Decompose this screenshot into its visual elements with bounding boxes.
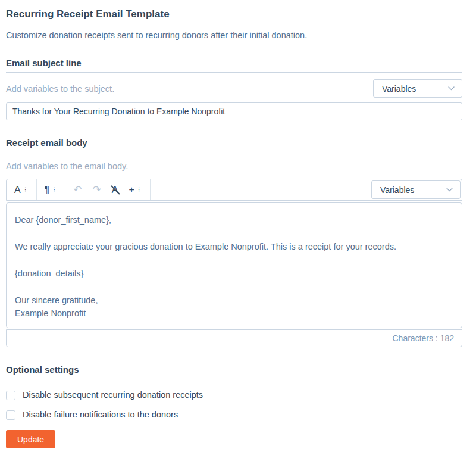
editor-paragraph: Example Nonprofit [15, 307, 453, 320]
undo-button[interactable]: ↶ [68, 179, 87, 200]
checkbox-label: Disable subsequent recurring donation re… [23, 390, 203, 400]
ellipsis-icon: ⋮ [51, 187, 57, 193]
undo-icon: ↶ [73, 185, 82, 195]
ellipsis-icon: ⋮ [23, 187, 29, 193]
character-count: Characters : 182 [393, 334, 455, 343]
subject-helper-row: Add variables to the subject. Variables [6, 79, 462, 98]
body-helper-text: Add variables to the email body. [6, 161, 462, 171]
subject-section-heading: Email subject line [6, 58, 462, 73]
page-subtitle: Customize donation receipts sent to recu… [6, 30, 462, 40]
disable-failure-notifications-checkbox[interactable] [6, 410, 15, 420]
editor-paragraph: Dear {donor_first_name}, [15, 213, 453, 226]
chevron-down-icon [448, 86, 455, 91]
paragraph-icon: ¶ [45, 185, 50, 195]
chevron-down-icon [446, 188, 453, 192]
redo-icon: ↷ [93, 185, 101, 195]
editor-paragraph: Our sincere gratitude, [15, 294, 453, 307]
editor-toolbar: A ⋮ ¶ ⋮ ↶ ↷ A [6, 179, 462, 201]
redo-button[interactable]: ↷ [87, 179, 107, 200]
insert-button[interactable]: + ⋮ [123, 179, 147, 200]
disable-failure-notifications-row[interactable]: Disable failure notifications to the don… [6, 410, 462, 420]
subject-variables-dropdown[interactable]: Variables [373, 79, 462, 98]
body-variables-dropdown[interactable]: Variables [371, 180, 461, 199]
paragraph-format-button[interactable]: ¶ ⋮ [39, 179, 63, 200]
editing-group: ↶ ↷ A + ⋮ [65, 179, 151, 200]
font-styles-icon: A [14, 185, 21, 195]
font-styles-button[interactable]: A ⋮ [9, 179, 34, 200]
insert-icon: + [129, 185, 134, 195]
body-variables-dropdown-label: Variables [380, 185, 414, 195]
recurring-receipt-template-page: Recurring Receipt Email Template Customi… [0, 0, 476, 448]
page-title: Recurring Receipt Email Template [6, 8, 462, 20]
font-styles-group: A ⋮ [7, 179, 37, 200]
optional-settings-heading: Optional settings [6, 364, 462, 379]
subject-variables-dropdown-label: Variables [382, 84, 416, 94]
subject-helper-text: Add variables to the subject. [6, 84, 114, 94]
disable-recurring-receipts-row[interactable]: Disable subsequent recurring donation re… [6, 390, 462, 400]
disable-recurring-receipts-checkbox[interactable] [6, 391, 15, 400]
clear-formatting-icon: A [112, 185, 118, 195]
toolbar-spacer [151, 179, 371, 200]
paragraph-group: ¶ ⋮ [37, 179, 66, 200]
editor-paragraph: {donation_details} [15, 267, 453, 280]
ellipsis-icon: ⋮ [136, 187, 142, 193]
editor-paragraph: We really appreciate your gracious donat… [15, 240, 453, 253]
rich-text-editor: A ⋮ ¶ ⋮ ↶ ↷ A [6, 179, 462, 347]
body-section-heading: Receipt email body [6, 138, 462, 152]
update-button[interactable]: Update [6, 430, 55, 448]
checkbox-label: Disable failure notifications to the don… [23, 410, 178, 420]
email-body-editor[interactable]: Dear {donor_first_name}, We really appre… [6, 202, 462, 328]
subject-input[interactable] [6, 102, 462, 120]
editor-statusbar: Characters : 182 [6, 329, 462, 347]
clear-formatting-button[interactable]: A [107, 179, 124, 200]
